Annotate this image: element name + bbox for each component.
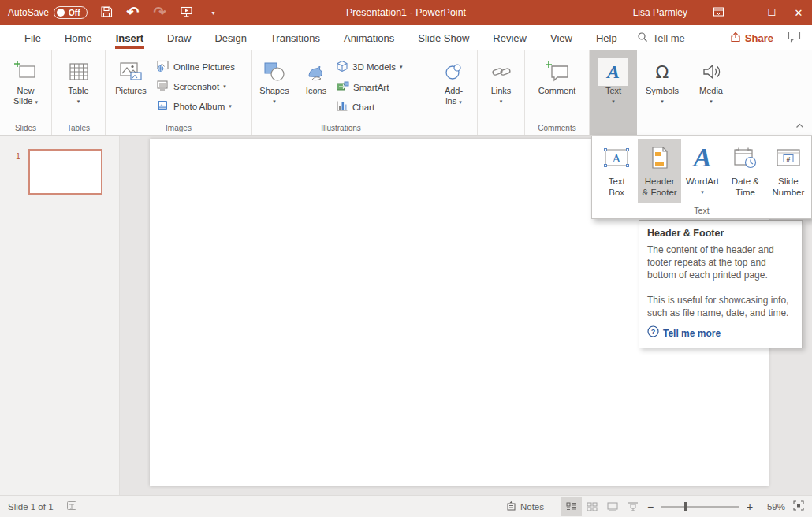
text-box-menu-item[interactable]: A Text Box bbox=[595, 139, 638, 203]
date-time-label-1: Date & bbox=[732, 176, 759, 187]
customize-qat-button[interactable]: ▾ bbox=[206, 5, 222, 20]
pictures-button[interactable]: Pictures bbox=[106, 50, 156, 121]
redo-button[interactable]: ↷ bbox=[152, 5, 168, 20]
date-time-label-2: Time bbox=[736, 187, 755, 198]
fit-slide-button[interactable] bbox=[793, 500, 804, 512]
tell-me-more-link[interactable]: ? Tell me more bbox=[647, 325, 794, 340]
statusbar-right: Notes − + 59% bbox=[506, 497, 812, 516]
chevron-up-icon bbox=[795, 121, 804, 130]
chart-icon bbox=[336, 100, 348, 113]
notes-label: Notes bbox=[520, 502, 544, 511]
date-time-icon bbox=[732, 143, 758, 173]
symbols-icon: Ω bbox=[656, 58, 669, 86]
group-label-comments: Comments bbox=[525, 124, 589, 132]
title-bar: AutoSave Off ↶ ↷ bbox=[0, 0, 812, 25]
new-slide-button[interactable]: New Slide ▾ bbox=[13, 50, 38, 121]
tab-slide-show[interactable]: Slide Show bbox=[406, 25, 481, 50]
share-button[interactable]: Share bbox=[730, 32, 773, 45]
smartart-label: SmartArt bbox=[353, 83, 389, 92]
tab-draw[interactable]: Draw bbox=[155, 25, 203, 50]
tab-file[interactable]: File bbox=[13, 25, 53, 50]
header-footer-label-1: Header bbox=[645, 176, 675, 187]
symbols-button[interactable]: Ω Symbols ▾ bbox=[646, 50, 679, 121]
text-box-label-1: Text bbox=[609, 176, 625, 187]
tooltip-title: Header & Footer bbox=[647, 227, 794, 240]
dropdown-arrow-icon: ▾ bbox=[500, 96, 503, 106]
header-footer-label-2: & Footer bbox=[643, 187, 677, 198]
3d-models-button[interactable]: 3D Models ▾ bbox=[336, 60, 402, 74]
table-button[interactable]: Table ▾ bbox=[68, 50, 90, 121]
add-ins-button[interactable]: Add- ins ▾ bbox=[442, 50, 466, 121]
save-button[interactable] bbox=[99, 5, 114, 20]
tab-home[interactable]: Home bbox=[53, 25, 104, 50]
media-button[interactable]: Media ▾ bbox=[699, 50, 723, 121]
zoom-in-button[interactable]: + bbox=[743, 500, 757, 513]
maximize-icon: ☐ bbox=[768, 7, 777, 18]
text-button[interactable]: A Text ▾ bbox=[598, 50, 628, 121]
comments-button[interactable] bbox=[788, 31, 801, 45]
slide-indicator: Slide 1 of 1 bbox=[8, 502, 54, 511]
tell-me-box[interactable]: Tell me bbox=[629, 25, 693, 50]
screenshot-button[interactable]: Screenshot ▾ bbox=[156, 80, 235, 93]
normal-view-button[interactable] bbox=[561, 497, 582, 516]
zoom-level[interactable]: 59% bbox=[757, 502, 785, 511]
tab-help[interactable]: Help bbox=[584, 25, 629, 50]
dropdown-arrow-icon: ▾ bbox=[459, 99, 462, 105]
autosave-switch[interactable]: Off bbox=[54, 6, 87, 19]
share-icon bbox=[730, 32, 741, 45]
zoom-out-button[interactable]: − bbox=[643, 500, 657, 513]
tab-view[interactable]: View bbox=[538, 25, 584, 50]
links-button[interactable]: Links ▾ bbox=[490, 50, 512, 121]
slide-sorter-view-button[interactable] bbox=[582, 497, 602, 516]
collapse-ribbon-button[interactable] bbox=[795, 121, 804, 130]
dropdown-arrow-icon: ▾ bbox=[35, 99, 39, 105]
photo-album-button[interactable]: Photo Album ▾ bbox=[156, 99, 235, 113]
chart-button[interactable]: Chart bbox=[336, 100, 402, 113]
tab-insert[interactable]: Insert bbox=[104, 25, 155, 50]
group-text-button[interactable]: A Text ▾ bbox=[590, 50, 637, 135]
add-ins-label-2: ins ▾ bbox=[445, 96, 462, 107]
header-footer-menu-item[interactable]: Header & Footer bbox=[638, 139, 680, 203]
tab-design[interactable]: Design bbox=[203, 25, 258, 50]
smartart-button[interactable]: SmartArt bbox=[336, 80, 402, 94]
group-label-slides: Slides bbox=[0, 124, 51, 132]
new-comment-button[interactable]: Comment bbox=[538, 50, 576, 121]
date-time-menu-item[interactable]: Date & Time bbox=[724, 139, 766, 203]
group-label-images: Images bbox=[106, 124, 251, 132]
accessibility-icon[interactable] bbox=[66, 500, 77, 512]
slide-thumbnail-panel[interactable]: 1 bbox=[0, 136, 120, 495]
maximize-button[interactable]: ☐ bbox=[758, 0, 785, 25]
autosave-toggle[interactable]: AutoSave Off bbox=[8, 6, 88, 19]
tab-transitions[interactable]: Transitions bbox=[259, 25, 332, 50]
new-slide-label-1: New bbox=[17, 86, 34, 96]
zoom-slider[interactable] bbox=[661, 506, 739, 508]
start-slideshow-button[interactable] bbox=[179, 5, 195, 20]
add-ins-icon bbox=[442, 58, 466, 86]
table-label: Table bbox=[68, 86, 88, 96]
slide-thumbnail[interactable] bbox=[28, 149, 102, 195]
close-button[interactable]: ✕ bbox=[785, 0, 812, 25]
minimize-button[interactable]: ─ bbox=[732, 0, 758, 25]
tab-animations[interactable]: Animations bbox=[332, 25, 406, 50]
slideshow-icon bbox=[180, 6, 193, 20]
dropdown-arrow-icon: ▾ bbox=[273, 96, 276, 106]
slide-show-view-button[interactable] bbox=[623, 497, 643, 516]
wordart-menu-item[interactable]: A WordArt ▾ bbox=[681, 139, 724, 203]
zoom-slider-thumb[interactable] bbox=[684, 502, 687, 511]
text-label: Text bbox=[605, 86, 621, 96]
3d-models-label: 3D Models bbox=[352, 62, 396, 72]
undo-button[interactable]: ↶ bbox=[125, 5, 141, 20]
online-pictures-button[interactable]: Online Pictures bbox=[156, 60, 235, 73]
ribbon-display-options-button[interactable] bbox=[705, 0, 732, 25]
text-icon: A bbox=[598, 58, 628, 86]
icons-button[interactable]: Icons bbox=[296, 50, 336, 121]
user-name[interactable]: Lisa Parmley bbox=[633, 7, 687, 18]
tab-review[interactable]: Review bbox=[481, 25, 538, 50]
notes-button[interactable]: Notes bbox=[506, 500, 544, 512]
shapes-button[interactable]: Shapes ▾ bbox=[252, 50, 296, 121]
reading-view-button[interactable] bbox=[602, 497, 623, 516]
slide-number-menu-item[interactable]: # Slide Number bbox=[767, 139, 810, 203]
save-icon bbox=[100, 6, 113, 20]
links-label: Links bbox=[491, 86, 512, 96]
media-icon bbox=[701, 58, 721, 86]
